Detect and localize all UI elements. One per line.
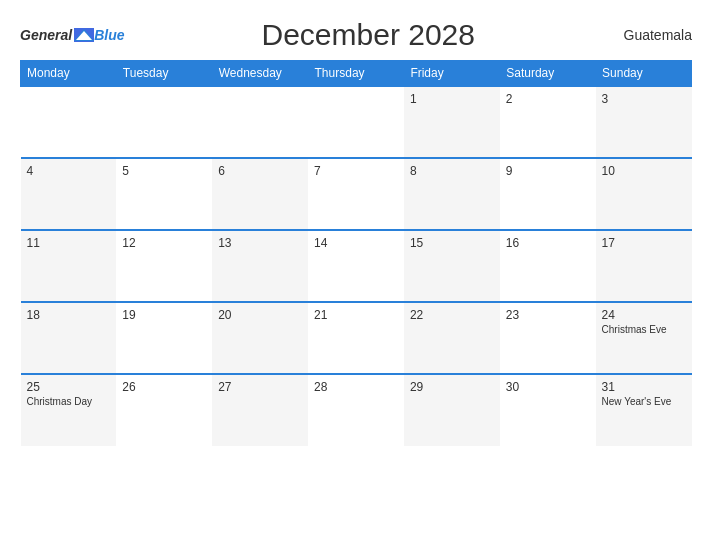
calendar-day-cell: 1 (404, 86, 500, 158)
day-number: 12 (122, 236, 206, 250)
calendar-grid: Monday Tuesday Wednesday Thursday Friday… (20, 60, 692, 446)
logo-flag-icon (74, 28, 94, 42)
day-number: 20 (218, 308, 302, 322)
calendar-day-cell: 26 (116, 374, 212, 446)
day-number: 13 (218, 236, 302, 250)
calendar-day-cell: 12 (116, 230, 212, 302)
day-number: 22 (410, 308, 494, 322)
day-number: 31 (602, 380, 686, 394)
calendar-week-row: 18192021222324Christmas Eve (21, 302, 692, 374)
calendar-day-cell: 5 (116, 158, 212, 230)
calendar-day-cell: 16 (500, 230, 596, 302)
calendar-day-cell (21, 86, 117, 158)
header-monday: Monday (21, 61, 117, 87)
calendar-container: General Blue December 2028 Guatemala Mon… (0, 0, 712, 550)
calendar-week-row: 11121314151617 (21, 230, 692, 302)
calendar-week-row: 45678910 (21, 158, 692, 230)
logo-general-text: General (20, 27, 72, 43)
calendar-day-cell: 9 (500, 158, 596, 230)
day-number: 30 (506, 380, 590, 394)
holiday-label: New Year's Eve (602, 396, 686, 407)
calendar-day-cell (308, 86, 404, 158)
header-row: General Blue December 2028 Guatemala (20, 18, 692, 52)
day-number: 18 (27, 308, 111, 322)
day-number: 16 (506, 236, 590, 250)
calendar-title: December 2028 (124, 18, 612, 52)
day-number: 29 (410, 380, 494, 394)
country-name: Guatemala (612, 27, 692, 43)
calendar-day-cell: 14 (308, 230, 404, 302)
day-number: 9 (506, 164, 590, 178)
calendar-day-cell: 28 (308, 374, 404, 446)
calendar-day-cell: 15 (404, 230, 500, 302)
day-number: 26 (122, 380, 206, 394)
header-saturday: Saturday (500, 61, 596, 87)
day-number: 17 (602, 236, 686, 250)
day-number: 23 (506, 308, 590, 322)
calendar-day-cell: 10 (596, 158, 692, 230)
calendar-week-row: 123 (21, 86, 692, 158)
calendar-week-row: 25Christmas Day262728293031New Year's Ev… (21, 374, 692, 446)
header-tuesday: Tuesday (116, 61, 212, 87)
day-number: 4 (27, 164, 111, 178)
header-sunday: Sunday (596, 61, 692, 87)
day-number: 2 (506, 92, 590, 106)
day-number: 5 (122, 164, 206, 178)
calendar-day-cell: 24Christmas Eve (596, 302, 692, 374)
calendar-day-cell: 4 (21, 158, 117, 230)
weekday-header-row: Monday Tuesday Wednesday Thursday Friday… (21, 61, 692, 87)
calendar-day-cell: 22 (404, 302, 500, 374)
calendar-day-cell: 7 (308, 158, 404, 230)
day-number: 28 (314, 380, 398, 394)
calendar-day-cell: 19 (116, 302, 212, 374)
day-number: 14 (314, 236, 398, 250)
day-number: 1 (410, 92, 494, 106)
calendar-day-cell: 27 (212, 374, 308, 446)
logo-blue-text: Blue (94, 27, 124, 43)
calendar-day-cell (116, 86, 212, 158)
calendar-day-cell: 23 (500, 302, 596, 374)
calendar-day-cell: 11 (21, 230, 117, 302)
calendar-day-cell: 20 (212, 302, 308, 374)
calendar-day-cell: 31New Year's Eve (596, 374, 692, 446)
day-number: 19 (122, 308, 206, 322)
calendar-day-cell (212, 86, 308, 158)
day-number: 15 (410, 236, 494, 250)
day-number: 8 (410, 164, 494, 178)
calendar-day-cell: 21 (308, 302, 404, 374)
calendar-day-cell: 2 (500, 86, 596, 158)
calendar-day-cell: 13 (212, 230, 308, 302)
day-number: 25 (27, 380, 111, 394)
calendar-day-cell: 29 (404, 374, 500, 446)
header-wednesday: Wednesday (212, 61, 308, 87)
day-number: 24 (602, 308, 686, 322)
header-friday: Friday (404, 61, 500, 87)
header-thursday: Thursday (308, 61, 404, 87)
calendar-day-cell: 8 (404, 158, 500, 230)
holiday-label: Christmas Day (27, 396, 111, 407)
calendar-day-cell: 25Christmas Day (21, 374, 117, 446)
day-number: 11 (27, 236, 111, 250)
day-number: 10 (602, 164, 686, 178)
day-number: 7 (314, 164, 398, 178)
day-number: 21 (314, 308, 398, 322)
calendar-day-cell: 18 (21, 302, 117, 374)
logo: General Blue (20, 27, 124, 43)
day-number: 27 (218, 380, 302, 394)
calendar-day-cell: 3 (596, 86, 692, 158)
calendar-day-cell: 6 (212, 158, 308, 230)
day-number: 6 (218, 164, 302, 178)
calendar-day-cell: 30 (500, 374, 596, 446)
calendar-day-cell: 17 (596, 230, 692, 302)
holiday-label: Christmas Eve (602, 324, 686, 335)
day-number: 3 (602, 92, 686, 106)
